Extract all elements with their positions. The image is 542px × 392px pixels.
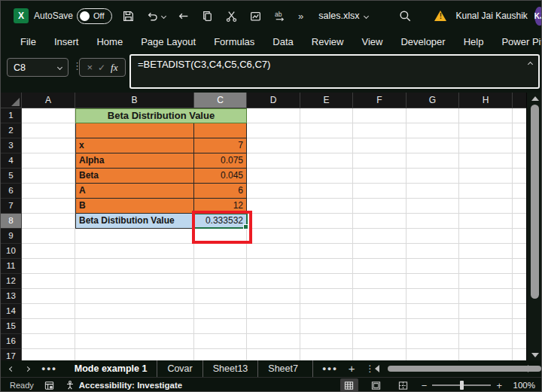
cell-b10[interactable] [75, 244, 194, 259]
ribbon-tab-power-pivot[interactable]: Power Pivot [492, 31, 542, 53]
cell-g6[interactable] [406, 184, 459, 199]
row-header-2[interactable]: 2 [1, 123, 22, 138]
row-header-6[interactable]: 6 [1, 184, 22, 199]
zoom-slider-thumb[interactable] [460, 381, 464, 390]
cell-g5[interactable] [406, 169, 459, 184]
cell-f14[interactable] [353, 304, 406, 319]
cell-c9[interactable] [194, 229, 247, 244]
cell-e14[interactable] [300, 304, 353, 319]
ribbon-tab-insert[interactable]: Insert [45, 31, 88, 53]
enter-icon[interactable]: ✓ [98, 62, 105, 73]
cell-a7[interactable] [22, 199, 75, 214]
paste-picture-icon[interactable] [249, 10, 262, 23]
avatar[interactable]: KJ [534, 7, 542, 26]
sheet-tab-sheet13[interactable]: Sheet13 [202, 360, 258, 377]
cell-f16[interactable] [353, 334, 406, 349]
cell-e5[interactable] [300, 169, 353, 184]
row-header-3[interactable]: 3 [1, 138, 22, 153]
cell-a17[interactable] [22, 349, 75, 360]
cell-a5[interactable] [22, 169, 75, 184]
cell-a2[interactable] [22, 123, 75, 138]
column-header-G[interactable]: G [406, 93, 459, 108]
cell-a4[interactable] [22, 153, 75, 169]
row-header-13[interactable]: 13 [1, 289, 22, 304]
cell-f5[interactable] [353, 169, 406, 184]
cell-g8[interactable] [406, 214, 459, 229]
param-label-cell[interactable]: Beta [75, 169, 194, 184]
row-header-5[interactable]: 5 [1, 169, 22, 184]
row-header-12[interactable]: 12 [1, 274, 22, 289]
cell-e6[interactable] [300, 184, 353, 199]
cell-h1[interactable] [459, 108, 513, 123]
param-value-cell[interactable]: 7 [194, 138, 247, 153]
cell-d6[interactable] [247, 184, 300, 199]
cut-icon[interactable] [225, 10, 238, 23]
cell-f6[interactable] [353, 184, 406, 199]
cell-f9[interactable] [353, 229, 406, 244]
page-layout-view-icon[interactable] [367, 378, 385, 392]
cell-d5[interactable] [247, 169, 300, 184]
zoom-in-button[interactable]: + [496, 380, 502, 391]
cell-f11[interactable] [353, 259, 406, 274]
ribbon-tab-home[interactable]: Home [87, 31, 132, 53]
cell-d1[interactable] [247, 108, 300, 123]
row-header-15[interactable]: 15 [1, 319, 22, 334]
cell-d14[interactable] [247, 304, 300, 319]
horizontal-scrollbar[interactable] [375, 365, 532, 372]
cell-f1[interactable] [353, 108, 406, 123]
cell-d16[interactable] [247, 334, 300, 349]
cell-e16[interactable] [300, 334, 353, 349]
back-arrow-icon[interactable] [177, 10, 190, 23]
select-all-corner[interactable] [1, 93, 22, 108]
cell-d13[interactable] [247, 289, 300, 304]
row-header-16[interactable]: 16 [1, 334, 22, 349]
cell-g12[interactable] [406, 274, 459, 289]
cell-d17[interactable] [247, 349, 300, 360]
param-label-cell[interactable]: Alpha [75, 153, 194, 169]
cancel-icon[interactable]: × [87, 62, 93, 73]
cell-f7[interactable] [353, 199, 406, 214]
sheet-tab-sheet7[interactable]: Sheet7 [257, 360, 308, 377]
row-header-1[interactable]: 1 [1, 108, 22, 123]
ribbon-tab-data[interactable]: Data [263, 31, 302, 53]
cell-d12[interactable] [247, 274, 300, 289]
cell-f17[interactable] [353, 349, 406, 360]
cell-h12[interactable] [459, 274, 513, 289]
param-value-cell[interactable]: 0.045 [194, 169, 247, 184]
cell-a13[interactable] [22, 289, 75, 304]
previous-sheet-icon[interactable] [9, 366, 14, 371]
cell-g9[interactable] [406, 229, 459, 244]
cell-f4[interactable] [353, 153, 406, 169]
cell-d3[interactable] [247, 138, 300, 153]
cell-g13[interactable] [406, 289, 459, 304]
column-header-F[interactable]: F [353, 93, 406, 108]
zoom-level[interactable]: 100% [511, 381, 535, 390]
cell-g4[interactable] [406, 153, 459, 169]
macro-record-icon[interactable] [44, 380, 55, 391]
row-header-10[interactable]: 10 [1, 244, 22, 259]
row-header-17[interactable]: 17 [1, 349, 22, 360]
cell-g7[interactable] [406, 199, 459, 214]
horizontal-scroll-thumb[interactable] [388, 366, 541, 372]
scroll-down-icon[interactable] [531, 353, 539, 357]
cell-f12[interactable] [353, 274, 406, 289]
cell-b11[interactable] [75, 259, 194, 274]
cell-c13[interactable] [194, 289, 247, 304]
cell-e10[interactable] [300, 244, 353, 259]
file-title[interactable]: sales.xlsx [318, 11, 368, 21]
sheet-tab-mode-example-1[interactable]: Mode example 1 [65, 360, 157, 377]
cell-a12[interactable] [22, 274, 75, 289]
cell-c17[interactable] [194, 349, 247, 360]
ribbon-tab-formulas[interactable]: Formulas [205, 31, 263, 53]
cell-d4[interactable] [247, 153, 300, 169]
cell-e4[interactable] [300, 153, 353, 169]
user-name[interactable]: Kunal Jai Kaushik [455, 11, 527, 21]
cell-f8[interactable] [353, 214, 406, 229]
cell-g15[interactable] [406, 319, 459, 334]
more-commands-icon[interactable]: » [298, 11, 303, 22]
warning-icon[interactable]: ! [434, 11, 446, 21]
cell-f13[interactable] [353, 289, 406, 304]
autosave-toggle[interactable]: Off [77, 8, 112, 24]
ribbon-tab-view[interactable]: View [352, 31, 391, 53]
cell-b17[interactable] [75, 349, 194, 360]
